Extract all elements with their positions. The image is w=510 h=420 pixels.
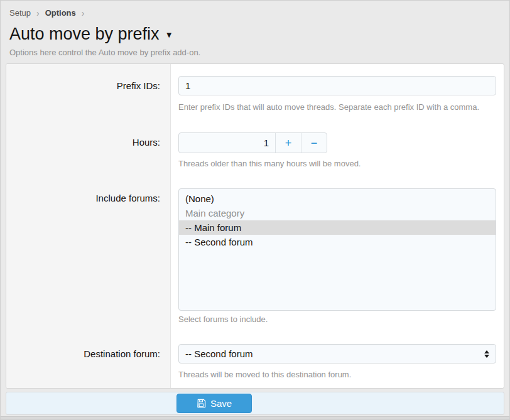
include-forums-listbox[interactable]: (None) Main category -- Main forum -- Se… — [178, 188, 496, 311]
list-item-second-forum[interactable]: -- Second forum — [179, 235, 496, 249]
options-form: Prefix IDs: Enter prefix IDs that will a… — [6, 63, 504, 389]
include-forums-label: Include forums: — [6, 176, 171, 332]
prefix-ids-label: Prefix IDs: — [6, 64, 171, 121]
save-button-label: Save — [210, 398, 232, 409]
decrement-button[interactable]: − — [301, 133, 327, 153]
form-row-destination-forum: Destination forum: -- Second forum Threa… — [6, 332, 504, 388]
dropdown-caret-icon[interactable]: ▼ — [165, 23, 173, 45]
list-item-main-category: Main category — [179, 206, 496, 220]
breadcrumb-options[interactable]: Options — [45, 8, 76, 18]
hours-input[interactable] — [179, 133, 275, 153]
page-title: Auto move by prefix ▼ — [9, 23, 501, 45]
include-forums-hint: Select forums to include. — [178, 315, 496, 325]
page-title-text: Auto move by prefix — [9, 24, 160, 44]
form-row-hours: Hours: + − Threads older than this many … — [6, 121, 504, 176]
form-footer: Save — [6, 392, 504, 415]
destination-forum-hint: Threads will be moved to this destinatio… — [178, 370, 496, 380]
hours-hint: Threads older than this many hours will … — [178, 159, 496, 169]
chevron-right-icon: › — [36, 9, 40, 18]
destination-forum-selected-value: -- Second forum — [185, 348, 253, 359]
destination-forum-select[interactable]: -- Second forum — [178, 344, 496, 363]
form-row-prefix-ids: Prefix IDs: Enter prefix IDs that will a… — [6, 64, 504, 121]
page-subtitle: Options here control the Auto move by pr… — [9, 48, 501, 57]
page-bottom-edge — [1, 416, 509, 419]
list-item-none[interactable]: (None) — [179, 191, 496, 206]
hours-stepper: + − — [178, 132, 327, 153]
save-button[interactable]: Save — [176, 394, 252, 413]
chevron-right-icon: › — [82, 9, 85, 18]
increment-button[interactable]: + — [275, 133, 301, 153]
floppy-disk-icon — [197, 399, 206, 408]
updown-arrows-icon — [484, 350, 489, 358]
prefix-ids-hint: Enter prefix IDs that will auto move thr… — [178, 102, 496, 112]
breadcrumb: Setup › Options › — [1, 1, 509, 18]
destination-forum-label: Destination forum: — [6, 332, 171, 388]
list-item-main-forum[interactable]: -- Main forum — [179, 220, 496, 235]
prefix-ids-input[interactable] — [178, 76, 496, 95]
hours-label: Hours: — [6, 121, 171, 176]
options-page: Setup › Options › Auto move by prefix ▼ … — [0, 0, 510, 420]
form-row-include-forums: Include forums: (None) Main category -- … — [6, 176, 504, 332]
breadcrumb-setup[interactable]: Setup — [9, 8, 31, 18]
